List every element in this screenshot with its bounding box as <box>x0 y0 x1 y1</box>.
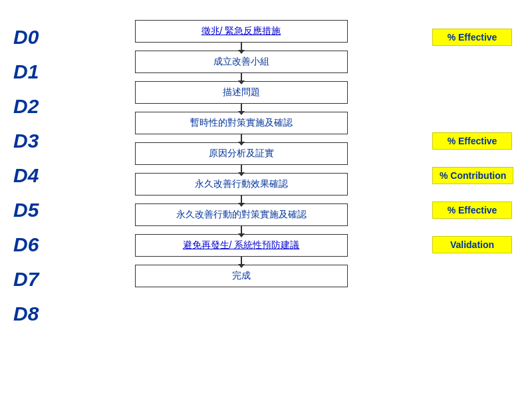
flow-row-D5: 永久改善行動效果確認 <box>65 173 417 203</box>
label-row-D2: D2 <box>13 89 60 124</box>
label-row-D3: D3 <box>13 124 60 158</box>
flow-row-D0: 徵兆/ 緊急反應措施 <box>65 20 417 51</box>
flow-row-D2: 描述問題 <box>65 81 417 112</box>
badge-D6: Validation <box>432 236 512 253</box>
label-row-D7: D7 <box>13 262 60 297</box>
flow-row-D6: 永久改善行動的對策實施及確認 <box>65 203 417 234</box>
badge-row-D0: % Effective <box>432 20 525 55</box>
flow-arrow-D2 <box>241 104 242 112</box>
label-row-D8: D8 <box>13 297 60 331</box>
flow-arrow-D1 <box>241 73 242 81</box>
label-row-D5: D5 <box>13 193 60 227</box>
badge-D3: % Effective <box>432 132 512 150</box>
flow-box-D0: 徵兆/ 緊急反應措施 <box>135 20 348 43</box>
flow-arrow-D4 <box>241 165 242 173</box>
flow-row-D8: 完成 <box>65 265 417 287</box>
badge-D0: % Effective <box>432 29 512 46</box>
flow-box-D5: 永久改善行動效果確認 <box>135 173 348 196</box>
badge-D4: % Contribution <box>432 167 513 184</box>
d-label-D8: D8 <box>13 303 39 325</box>
flow-arrow-D0 <box>241 43 242 51</box>
page-title <box>0 0 532 20</box>
left-labels: D0D1D2D3D4D5D6D7D8 <box>13 20 60 331</box>
flow-row-D4: 原因分析及証實 <box>65 142 417 173</box>
d-label-D0: D0 <box>13 26 39 49</box>
d-label-D6: D6 <box>13 233 39 256</box>
d-label-D3: D3 <box>13 130 39 152</box>
badge-row-D4: % Contribution <box>432 158 525 193</box>
d-label-D4: D4 <box>13 164 39 187</box>
d-label-D7: D7 <box>13 268 39 291</box>
flow-box-D6: 永久改善行動的對策實施及確認 <box>135 203 348 226</box>
label-row-D6: D6 <box>13 227 60 262</box>
flow-box-D7: 避免再發生/ 系統性預防建議 <box>135 234 348 257</box>
flow-box-D2: 描述問題 <box>135 81 348 104</box>
badge-row-D2 <box>432 89 525 124</box>
badge-row-D8 <box>432 297 525 331</box>
label-row-D0: D0 <box>13 20 60 55</box>
flow-box-D1: 成立改善小組 <box>135 51 348 73</box>
badge-D5: % Effective <box>432 201 512 219</box>
flow-box-D8: 完成 <box>135 265 348 287</box>
d-label-D5: D5 <box>13 199 39 221</box>
flow-row-D1: 成立改善小組 <box>65 51 417 81</box>
badge-row-D5: % Effective <box>432 193 525 227</box>
flow-box-D3: 暫時性的對策實施及確認 <box>135 112 348 134</box>
right-labels: % Effective% Effective% Contribution% Ef… <box>422 20 525 331</box>
flow-row-D3: 暫時性的對策實施及確認 <box>65 112 417 142</box>
label-row-D1: D1 <box>13 55 60 89</box>
badge-row-D7 <box>432 262 525 297</box>
flow-box-D4: 原因分析及証實 <box>135 142 348 165</box>
flow-arrow-D5 <box>241 196 242 203</box>
main-container: D0D1D2D3D4D5D6D7D8 徵兆/ 緊急反應措施成立改善小組描述問題暫… <box>0 20 532 331</box>
flow-arrow-D7 <box>241 257 242 265</box>
d-label-D2: D2 <box>13 95 39 118</box>
label-row-D4: D4 <box>13 158 60 193</box>
badge-row-D6: Validation <box>432 227 525 262</box>
badge-row-D3: % Effective <box>432 124 525 158</box>
badge-row-D1 <box>432 55 525 89</box>
flow-row-D7: 避免再發生/ 系統性預防建議 <box>65 234 417 265</box>
flow-column: 徵兆/ 緊急反應措施成立改善小組描述問題暫時性的對策實施及確認原因分析及証實永久… <box>60 20 422 287</box>
d-label-D1: D1 <box>13 61 39 83</box>
flow-arrow-D3 <box>241 134 242 142</box>
flow-arrow-D6 <box>241 226 242 234</box>
